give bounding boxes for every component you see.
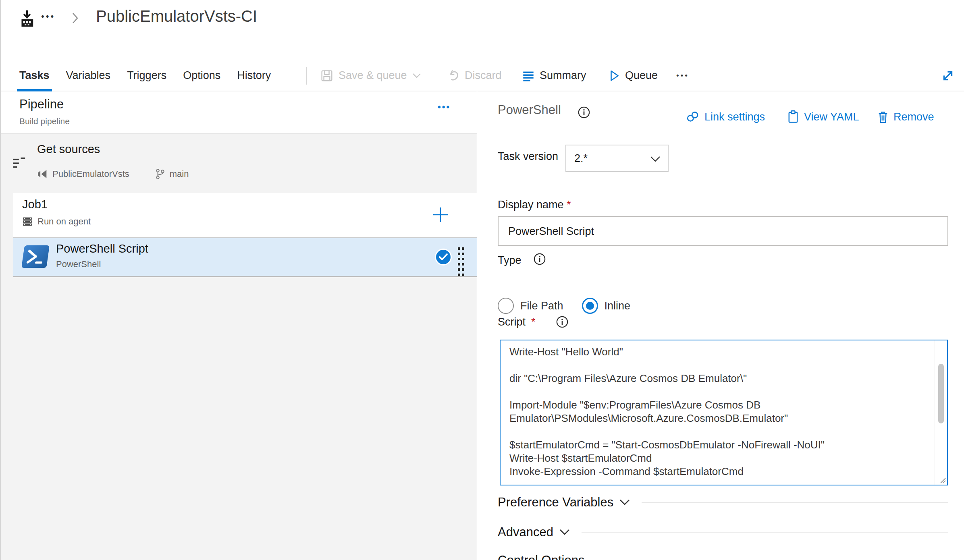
add-task-button[interactable] <box>431 205 450 224</box>
pipeline-more-button[interactable]: ••• <box>438 102 451 112</box>
toolbar-more-label: ••• <box>676 71 689 80</box>
task-drag-handle[interactable] <box>457 247 465 277</box>
window-edge <box>0 0 1 560</box>
section-preference-variables[interactable]: Preference Variables <box>498 495 948 510</box>
branch-name: main <box>170 169 189 179</box>
azure-repos-icon <box>37 169 48 179</box>
discard-label: Discard <box>465 69 502 82</box>
link-settings-button[interactable]: Link settings <box>686 109 765 124</box>
job-card[interactable]: Job1 Run on agent <box>13 193 477 237</box>
queue-label: Queue <box>625 69 658 82</box>
task-config-title: PowerShell <box>498 103 561 117</box>
tab-history[interactable]: History <box>237 60 271 91</box>
pipeline-task-list-panel: Pipeline Build pipeline ••• Get sources <box>0 91 477 560</box>
resize-grip[interactable] <box>938 476 946 484</box>
breadcrumb-separator-icon <box>72 12 79 24</box>
tab-list: Tasks Variables Triggers Options History <box>19 60 271 91</box>
page-title: PublicEmulatorVsts-CI <box>96 7 257 25</box>
task-version-label: Task version <box>498 150 558 163</box>
scrollbar-track <box>935 340 935 485</box>
tab-triggers[interactable]: Triggers <box>127 60 166 91</box>
fullscreen-expand-icon[interactable] <box>941 68 955 83</box>
scrollbar-thumb[interactable] <box>938 364 944 423</box>
section-advanced[interactable]: Advanced <box>498 525 948 539</box>
required-marker: * <box>531 316 536 328</box>
top-header: ••• PublicEmulatorVsts-CI <box>0 0 964 60</box>
script-editor-box: Write-Host "Hello World" dir "C:\Program… <box>500 340 948 485</box>
get-sources-item[interactable]: Get sources PublicEmulatorVsts <box>0 134 477 194</box>
section-control-options[interactable]: Control Options <box>498 553 948 560</box>
display-name-label-text: Display name <box>498 199 564 211</box>
link-icon <box>686 111 700 123</box>
info-icon[interactable] <box>578 106 590 119</box>
tab-tasks[interactable]: Tasks <box>19 60 50 91</box>
chevron-down-icon <box>650 156 661 162</box>
section-divider <box>582 532 948 533</box>
job-subtitle: Run on agent <box>37 216 91 227</box>
repo-group: PublicEmulatorVsts <box>37 169 129 179</box>
chevron-down-icon <box>559 529 570 536</box>
radio-file-path-label: File Path <box>520 300 563 312</box>
get-sources-details: PublicEmulatorVsts main <box>37 168 189 180</box>
type-radio-group: File Path Inline <box>498 298 630 314</box>
toolbar-more-button[interactable]: ••• <box>676 60 689 91</box>
radio-circle-selected-icon <box>582 298 598 314</box>
task-config-panel: PowerShell Link settings View YAML <box>478 91 964 560</box>
info-icon[interactable] <box>556 315 569 328</box>
clipboard-icon <box>787 110 799 124</box>
control-options-label: Control Options <box>498 553 584 560</box>
tab-bar: Tasks Variables Triggers Options History… <box>0 60 964 91</box>
git-branch-icon <box>155 168 165 180</box>
get-sources-title: Get sources <box>37 143 100 156</box>
chevron-down-icon <box>619 499 630 506</box>
save-and-queue-button[interactable]: Save & queue <box>320 60 421 91</box>
pipeline-subtitle: Build pipeline <box>19 116 70 126</box>
task-version-dropdown[interactable]: 2.* <box>565 145 669 172</box>
undo-icon <box>447 69 459 82</box>
display-name-input[interactable]: PowerShell Script <box>498 216 948 246</box>
job-title: Job1 <box>22 198 48 211</box>
branch-group: main <box>155 168 189 180</box>
summary-list-icon <box>522 70 534 82</box>
task-version-value: 2.* <box>566 152 588 165</box>
view-yaml-label: View YAML <box>804 111 859 123</box>
task-subtitle: PowerShell <box>56 259 101 270</box>
radio-inline[interactable]: Inline <box>582 298 631 314</box>
section-divider <box>642 502 948 503</box>
task-title: PowerShell Script <box>56 242 148 255</box>
display-name-value: PowerShell Script <box>508 225 594 238</box>
task-row-powershell[interactable]: PowerShell Script PowerShell <box>13 237 477 277</box>
queue-button[interactable]: Queue <box>609 60 658 91</box>
script-textarea[interactable]: Write-Host "Hello World" dir "C:\Program… <box>501 340 947 485</box>
script-label-row: Script * <box>498 315 569 328</box>
pipeline-title: Pipeline <box>19 97 64 112</box>
get-sources-icon <box>12 156 27 169</box>
radio-file-path[interactable]: File Path <box>498 298 563 314</box>
task-enabled-check-icon <box>435 249 452 265</box>
radio-circle-icon <box>498 298 514 314</box>
required-marker: * <box>567 199 571 211</box>
repo-name: PublicEmulatorVsts <box>52 169 129 179</box>
breadcrumb-more-button[interactable]: ••• <box>41 11 55 22</box>
trash-icon <box>877 110 889 123</box>
display-name-label: Display name * <box>498 199 571 211</box>
remove-label: Remove <box>893 111 934 123</box>
tab-options[interactable]: Options <box>183 60 220 91</box>
toolbar-divider <box>306 67 307 85</box>
save-icon <box>320 69 333 82</box>
tab-variables[interactable]: Variables <box>66 60 111 91</box>
view-yaml-button[interactable]: View YAML <box>787 109 859 124</box>
preference-variables-label: Preference Variables <box>498 495 613 510</box>
link-settings-label: Link settings <box>704 111 765 123</box>
pipeline-header: Pipeline Build pipeline ••• <box>0 91 477 134</box>
advanced-label: Advanced <box>498 525 553 539</box>
radio-inline-label: Inline <box>605 300 631 312</box>
discard-button[interactable]: Discard <box>447 60 502 91</box>
remove-task-button[interactable]: Remove <box>877 109 934 124</box>
play-icon <box>609 70 620 82</box>
job-details: Run on agent <box>22 216 91 227</box>
summary-button[interactable]: Summary <box>522 60 586 91</box>
script-label: Script <box>498 316 526 328</box>
info-icon[interactable] <box>533 253 546 265</box>
build-pipeline-icon <box>19 10 35 27</box>
